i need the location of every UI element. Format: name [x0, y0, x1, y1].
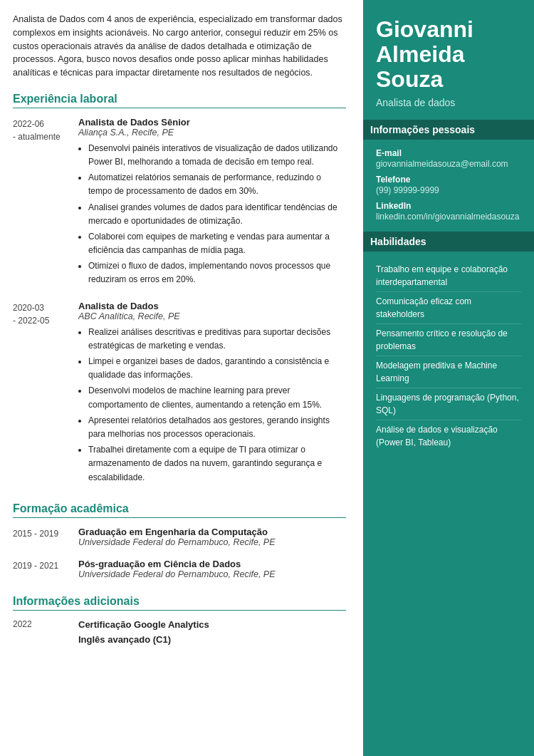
job-entry-1: 2022-06- atualmente Analista de Dados Sê…: [13, 117, 346, 289]
edu-date-1: 2015 - 2019: [13, 527, 70, 547]
education-section: Formação acadêmica 2015 - 2019 Graduação…: [13, 502, 346, 579]
first-name: Giovanni: [376, 17, 521, 42]
edu-details-2: Pós-graduação em Ciência de Dados Univer…: [78, 559, 346, 579]
bullet-2-2: Limpei e organizei bases de dados, garan…: [88, 355, 346, 382]
linkedin-label: LinkedIn: [376, 201, 521, 211]
skill-6: Análise de dados e visualização (Power B…: [376, 420, 521, 452]
skills-list: Trabalho em equipe e colaboração interde…: [376, 260, 521, 452]
extra-year: 2022: [13, 619, 70, 645]
job-bullets-2: Realizei análises descritivas e preditiv…: [78, 326, 346, 485]
certification-title: Certificação Google Analytics: [78, 619, 209, 630]
bullet-1-2: Automatizei relatórios semanais de perfo…: [88, 171, 346, 198]
linkedin-value: linkedin.com/in/giovannialmeidasouza: [376, 212, 521, 222]
bullet-2-4: Apresentei relatórios detalhados aos ges…: [88, 414, 346, 441]
language-title: Inglês avançado (C1): [78, 634, 209, 645]
summary-text: Analista de Dados com 4 anos de experiên…: [13, 13, 346, 80]
education-title: Formação acadêmica: [13, 502, 346, 518]
job-date-1: 2022-06- atualmente: [13, 117, 70, 289]
skill-2: Comunicação eficaz com stakeholders: [376, 292, 521, 324]
skill-4: Modelagem preditiva e Machine Learning: [376, 356, 521, 388]
edu-title-2: Pós-graduação em Ciência de Dados: [78, 559, 346, 569]
bullet-1-4: Colaborei com equipes de marketing e ven…: [88, 230, 346, 257]
edu-institution-1: Universidade Federal do Pernambuco, Reci…: [78, 537, 346, 547]
bullet-1-5: Otimizei o fluxo de dados, implementando…: [88, 259, 346, 286]
experience-section: Experiência laboral 2022-06- atualmente …: [13, 93, 346, 487]
edu-entry-1: 2015 - 2019 Graduação em Engenharia da C…: [13, 527, 346, 547]
right-column: Giovanni Almeida Souza Analista de dados…: [363, 0, 534, 756]
extra-details: Certificação Google Analytics Inglês ava…: [78, 619, 209, 645]
skill-1: Trabalho em equipe e colaboração interde…: [376, 260, 521, 292]
name-block: Giovanni Almeida Souza Analista de dados: [376, 17, 521, 108]
edu-date-2: 2019 - 2021: [13, 559, 70, 579]
job-company-2: ABC Analítica, Recife, PE: [78, 311, 346, 321]
edu-title-1: Graduação em Engenharia da Computação: [78, 527, 346, 537]
job-details-2: Analista de Dados ABC Analítica, Recife,…: [78, 301, 346, 487]
skill-5: Linguagens de programação (Python, SQL): [376, 388, 521, 420]
surname: Souza: [376, 67, 521, 92]
job-bullets-1: Desenvolvi painéis interativos de visual…: [78, 142, 346, 287]
bullet-2-3: Desenvolvi modelos de machine learning p…: [88, 384, 346, 411]
experience-title: Experiência laboral: [13, 93, 346, 108]
skills-section-title: Habilidades: [363, 232, 534, 252]
phone-label: Telefone: [376, 175, 521, 185]
edu-details-1: Graduação em Engenharia da Computação Un…: [78, 527, 346, 547]
edu-institution-2: Universidade Federal do Pernambuco, Reci…: [78, 569, 346, 579]
job-date-2: 2020-03- 2022-05: [13, 301, 70, 487]
left-column: Analista de Dados com 4 anos de experiên…: [0, 0, 363, 756]
job-title-2: Analista de Dados: [78, 301, 346, 311]
email-label: E-mail: [376, 148, 521, 158]
bullet-1-1: Desenvolvi painéis interativos de visual…: [88, 142, 346, 169]
skill-3: Pensamento crítico e resolução de proble…: [376, 324, 521, 356]
job-title-1: Analista de Dados Sênior: [78, 117, 346, 128]
email-value: giovannialmeidasouza@email.com: [376, 159, 521, 169]
last-name: Almeida: [376, 42, 521, 67]
extra-entry: 2022 Certificação Google Analytics Inglê…: [13, 619, 346, 645]
job-company-1: Aliança S.A., Recife, PE: [78, 128, 346, 138]
job-entry-2: 2020-03- 2022-05 Analista de Dados ABC A…: [13, 301, 346, 487]
bullet-1-3: Analisei grandes volumes de dados para i…: [88, 201, 346, 228]
bullet-2-1: Realizei análises descritivas e preditiv…: [88, 326, 346, 353]
edu-entry-2: 2019 - 2021 Pós-graduação em Ciência de …: [13, 559, 346, 579]
additional-section: Informações adicionais 2022 Certificação…: [13, 595, 346, 645]
bullet-2-5: Trabalhei diretamente com a equipe de TI…: [88, 443, 346, 485]
job-details-1: Analista de Dados Sênior Aliança S.A., R…: [78, 117, 346, 289]
job-role: Analista de dados: [376, 97, 521, 108]
additional-title: Informações adicionais: [13, 595, 346, 611]
phone-value: (99) 99999-9999: [376, 185, 521, 195]
personal-info-section-title: Informações pessoais: [363, 120, 534, 140]
